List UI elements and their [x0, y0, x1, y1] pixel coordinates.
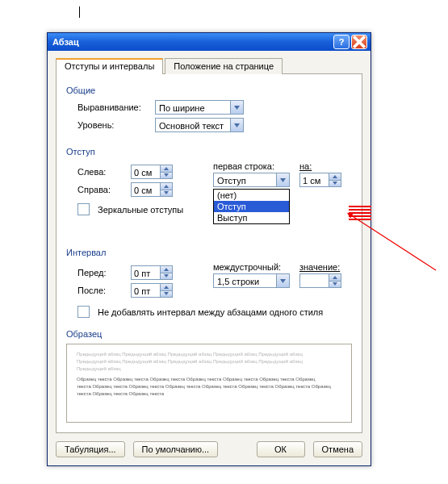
default-button[interactable]: По умолчанию... — [133, 441, 219, 457]
down-arrow-icon — [329, 181, 341, 187]
indent-right-spin[interactable]: 0 см — [131, 182, 173, 197]
linespacing-combo[interactable]: 1,5 строки — [213, 273, 290, 288]
firstline-label: первая строка: — [213, 161, 290, 171]
group-interval: Интервал — [66, 248, 352, 257]
down-arrow-icon — [161, 291, 172, 298]
indent-right-label: Справа: — [77, 185, 126, 194]
linespacing-label: междустрочный: — [213, 262, 290, 272]
group-sample: Образец — [66, 329, 352, 339]
up-arrow-icon — [329, 274, 341, 282]
chevron-down-icon — [276, 173, 289, 186]
indent-left-spin[interactable]: 0 см — [131, 165, 173, 179]
value-label: значение: — [299, 262, 341, 272]
up-arrow-icon — [161, 266, 172, 273]
ok-button[interactable]: ОК — [257, 441, 305, 457]
firstline-combo[interactable]: Отступ — [213, 173, 290, 187]
tab-panel: Общие Выравнивание: По ширине Уровень: О… — [56, 74, 362, 433]
paragraph-dialog: Абзац ? Отступы и интервалы Положение на… — [47, 32, 371, 466]
chevron-down-icon — [276, 274, 289, 287]
mirror-label: Зеркальные отступы — [98, 205, 183, 215]
tab-indents[interactable]: Отступы и интервалы — [56, 58, 163, 74]
firstline-dropdown[interactable]: (нет) Отступ Выступ — [213, 189, 290, 224]
value-spin[interactable] — [299, 273, 341, 288]
tabs-button[interactable]: Табуляция... — [56, 441, 125, 457]
mirror-checkbox[interactable] — [77, 203, 90, 215]
after-spin[interactable]: 0 пт — [131, 283, 173, 298]
align-label: Выравнивание: — [77, 102, 150, 112]
by-label: на: — [299, 161, 341, 171]
button-row: Табуляция... По умолчанию... ОК Отмена — [56, 441, 362, 457]
close-button[interactable] — [351, 35, 367, 49]
before-spin[interactable]: 0 пт — [131, 265, 173, 280]
firstline-option-indent[interactable]: Отступ — [214, 201, 289, 212]
text-cursor — [79, 6, 80, 18]
level-label: Уровень: — [77, 120, 150, 130]
nospace-checkbox[interactable] — [77, 306, 90, 318]
level-value: Основной текст — [156, 119, 230, 131]
tab-position[interactable]: Положение на странице — [165, 58, 283, 74]
align-combo[interactable]: По ширине — [155, 100, 244, 115]
firstline-option-none[interactable]: (нет) — [214, 190, 289, 201]
cancel-button[interactable]: Отмена — [313, 441, 362, 457]
down-arrow-icon — [161, 273, 172, 280]
down-arrow-icon — [161, 173, 172, 179]
down-arrow-icon — [329, 282, 341, 288]
group-general: Общие — [66, 86, 352, 95]
level-combo[interactable]: Основной текст — [155, 118, 244, 132]
titlebar[interactable]: Абзац ? — [48, 33, 371, 51]
up-arrow-icon — [329, 173, 341, 181]
up-arrow-icon — [161, 183, 172, 190]
by-spin[interactable]: 1 см — [299, 173, 341, 187]
preview-box: Предыдущий абзац Предыдущий абзац Предыд… — [66, 344, 352, 423]
tabstrip: Отступы и интервалы Положение на страниц… — [56, 57, 362, 74]
before-label: Перед: — [77, 268, 126, 277]
up-arrow-icon — [161, 284, 172, 291]
up-arrow-icon — [161, 165, 172, 173]
chevron-down-icon — [230, 119, 243, 131]
close-icon — [352, 35, 366, 49]
after-label: После: — [77, 286, 126, 295]
align-value: По ширине — [156, 101, 230, 114]
window-title: Абзац — [52, 37, 332, 47]
down-arrow-icon — [161, 190, 172, 197]
help-button[interactable]: ? — [333, 35, 350, 49]
chevron-down-icon — [230, 101, 243, 114]
group-indent: Отступ — [66, 147, 352, 156]
nospace-label: Не добавлять интервал между абзацами одн… — [98, 307, 323, 317]
annotation-scribble — [349, 204, 371, 220]
firstline-option-hanging[interactable]: Выступ — [214, 212, 289, 223]
indent-left-label: Слева: — [77, 167, 126, 177]
